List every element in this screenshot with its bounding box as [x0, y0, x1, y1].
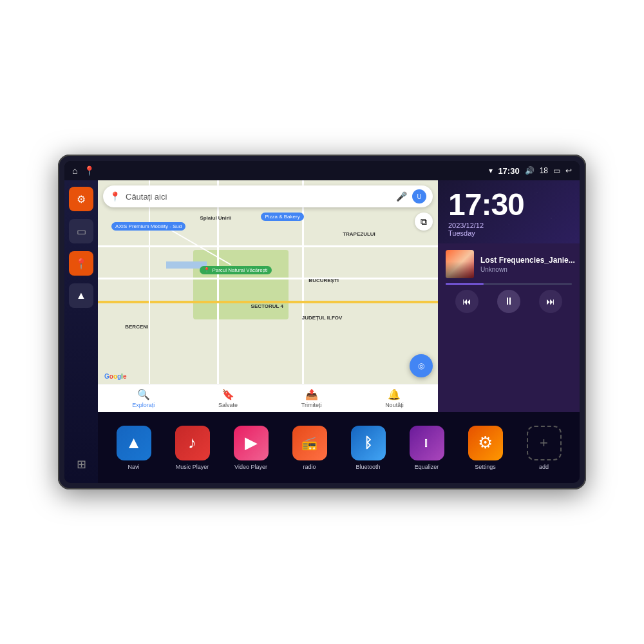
add-label: add	[539, 464, 549, 470]
map-area[interactable]: BUCUREȘTI SECTORUL 4 JUDEȚUL ILFOV BERCE…	[98, 180, 438, 412]
road-vertical-small	[149, 180, 150, 412]
music-progress-bar[interactable]	[446, 283, 572, 285]
music-section: Lost Frequencies_Janie... Unknown ⏮	[438, 243, 580, 412]
prev-btn[interactable]: ⏮	[455, 290, 478, 313]
status-bar: ⌂ 📍 ▾ 17:30 🔊 18 ▭ ↩	[64, 161, 580, 180]
bluetooth-icon: ᛒ	[351, 426, 386, 460]
map-label-berceni: BERCENI	[125, 324, 148, 330]
prev-icon: ⏮	[462, 296, 471, 307]
grid-sidebar-btn[interactable]: ⊞	[69, 452, 93, 477]
status-right-info: ▾ 17:30 🔊 18 ▭ ↩	[489, 166, 572, 176]
maps-status-icon[interactable]: 📍	[84, 166, 95, 176]
navi-icon: ▲	[117, 426, 151, 460]
location-icon: 📍	[75, 258, 88, 270]
map-nav-explore[interactable]: 🔍 Explorați	[132, 388, 155, 408]
sidebar: ⚙ ▭ 📍 ▲ ⊞	[64, 180, 98, 483]
app-video-player[interactable]: ▶ Video Player	[234, 426, 269, 470]
clock-time: 17:30	[448, 189, 569, 220]
navi-label: Navi	[128, 464, 139, 470]
google-logo: Google	[104, 373, 126, 380]
equalizer-icon: ⫿	[410, 426, 444, 460]
map-background: BUCUREȘTI SECTORUL 4 JUDEȚUL ILFOV BERCE…	[98, 180, 438, 412]
album-art	[446, 250, 474, 278]
back-icon[interactable]: ↩	[565, 166, 572, 175]
radio-icon: 📻	[292, 426, 327, 460]
folder-icon: ▭	[77, 225, 86, 238]
battery-level: 18	[540, 166, 548, 175]
gear-icon: ⚙	[77, 193, 86, 205]
car-head-unit: ⌂ 📍 ▾ 17:30 🔊 18 ▭ ↩ ⚙ ▭	[58, 155, 586, 489]
map-label-splaiulunii: Splaiul Unirii	[200, 215, 231, 221]
app-navi[interactable]: ▲ Navi	[117, 426, 151, 470]
bluetooth-label: Bluetooth	[355, 464, 380, 470]
map-search-bar[interactable]: 📍 Căutați aici 🎤 U	[103, 185, 433, 207]
center-content: BUCUREȘTI SECTORUL 4 JUDEȚUL ILFOV BERCE…	[98, 180, 580, 483]
music-title: Lost Frequencies_Janie...	[480, 256, 575, 265]
main-area: ⚙ ▭ 📍 ▲ ⊞	[64, 180, 580, 483]
layers-icon: ⧉	[421, 216, 427, 227]
home-icon[interactable]: ⌂	[72, 166, 77, 176]
screen: ⌂ 📍 ▾ 17:30 🔊 18 ▭ ↩ ⚙ ▭	[64, 161, 580, 483]
music-icon: ♪	[175, 426, 210, 460]
maps-sidebar-btn[interactable]: 📍	[69, 251, 93, 276]
app-settings[interactable]: ⚙ Settings	[468, 426, 503, 470]
app-bluetooth[interactable]: ᛒ Bluetooth	[351, 426, 386, 470]
settings-label: Settings	[475, 464, 496, 470]
files-sidebar-btn[interactable]: ▭	[69, 219, 93, 243]
map-label-trapezului: TRAPEZULUI	[343, 231, 375, 237]
app-radio[interactable]: 📻 radio	[292, 426, 327, 470]
top-section: BUCUREȘTI SECTORUL 4 JUDEȚUL ILFOV BERCE…	[98, 180, 580, 412]
map-label-sector: SECTORUL 4	[251, 303, 283, 309]
settings-icon: ⚙	[468, 426, 503, 460]
music-track-info: Lost Frequencies_Janie... Unknown	[446, 250, 572, 278]
map-nav-send[interactable]: 📤 Trimiteți	[301, 388, 322, 408]
status-time: 17:30	[498, 166, 519, 176]
poi-pizza[interactable]: Pizza & Bakery	[261, 213, 303, 221]
wifi-icon: ▾	[489, 166, 493, 175]
battery-icon: ▭	[553, 166, 560, 175]
search-placeholder-text: Căutați aici	[126, 192, 391, 202]
next-btn[interactable]: ⏭	[539, 290, 562, 313]
next-icon: ⏭	[546, 296, 555, 307]
mic-icon[interactable]: 🎤	[396, 191, 407, 202]
radio-label: radio	[303, 464, 316, 470]
status-left-icons: ⌂ 📍	[72, 166, 95, 176]
video-player-label: Video Player	[234, 464, 267, 470]
map-label-ilfov: JUDEȚUL ILFOV	[302, 315, 343, 321]
poi-parcul[interactable]: 📍Parcul Natural Văcărești	[200, 266, 271, 274]
right-panel: 17:30 2023/12/12 Tuesday	[438, 180, 580, 412]
volume-icon: 🔊	[525, 166, 535, 175]
map-nav-saved[interactable]: 🔖 Salvate	[218, 388, 238, 408]
park-area	[193, 250, 289, 319]
pause-icon: ⏸	[504, 296, 514, 307]
equalizer-label: Equalizer	[415, 464, 439, 470]
map-location-fab[interactable]: ◎	[410, 354, 433, 377]
pause-btn[interactable]: ⏸	[497, 290, 520, 313]
google-maps-icon: 📍	[109, 191, 120, 202]
settings-sidebar-btn[interactable]: ⚙	[69, 187, 93, 211]
add-icon: +	[527, 426, 562, 460]
music-artist: Unknown	[480, 266, 575, 273]
video-icon: ▶	[234, 426, 269, 460]
map-bottom-nav: 🔍 Explorați 🔖 Salvate 📤 Trimiteți	[98, 384, 438, 412]
user-avatar[interactable]: U	[412, 189, 426, 204]
map-label-bucuresti: BUCUREȘTI	[308, 278, 339, 283]
map-nav-send-label: Trimiteți	[301, 402, 322, 408]
music-controls: ⏮ ⏸ ⏭	[446, 290, 572, 313]
map-nav-news[interactable]: 🔔 Noutăți	[385, 388, 404, 408]
music-text: Lost Frequencies_Janie... Unknown	[480, 256, 575, 273]
poi-axis[interactable]: AXIS Premium Mobility - Sud	[111, 222, 185, 231]
album-art-overlay	[446, 261, 474, 278]
map-nav-explore-label: Explorați	[132, 402, 155, 408]
app-equalizer[interactable]: ⫿ Equalizer	[410, 426, 444, 470]
navi-sidebar-btn[interactable]: ▲	[69, 283, 93, 308]
music-player-label: Music Player	[176, 464, 209, 470]
map-layers-btn[interactable]: ⧉	[415, 213, 433, 231]
map-nav-saved-label: Salvate	[218, 402, 238, 408]
music-progress-fill	[446, 283, 484, 285]
app-music-player[interactable]: ♪ Music Player	[175, 426, 210, 470]
map-nav-news-label: Noutăți	[385, 402, 404, 408]
app-add[interactable]: + add	[527, 426, 562, 470]
clock-section: 17:30 2023/12/12 Tuesday	[438, 180, 580, 243]
bottom-apps-grid: ▲ Navi ♪ Music Player ▶ Video Player 📻 r…	[98, 412, 580, 483]
